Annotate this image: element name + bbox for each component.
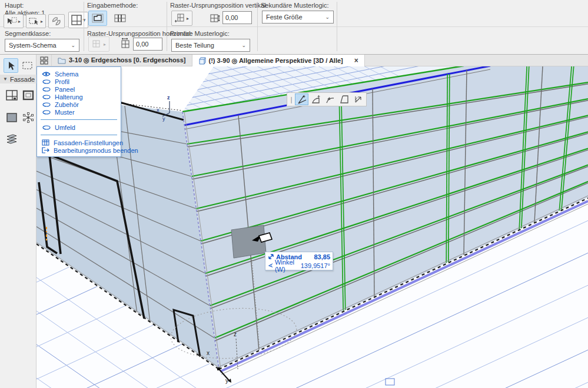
menu-item-zubehoer[interactable]: Zubehör [37,101,121,108]
raster-v-label: Raster-Ursprungsposition vertikal: [170,2,268,9]
raster-v-value: 0,00 [225,14,238,21]
flyout-arrow-icon: ▸ [187,16,189,21]
prim-muster-value: Beste Teilung [175,42,214,49]
sidebar-group-fassade[interactable]: ▼ Fassade [0,75,36,83]
tab-close-icon[interactable]: × [354,56,358,65]
select-chevron-icon: ⌄ [325,14,330,20]
eingabemethode-label: Eingabemethode: [87,2,138,9]
grid-offset-h-icon [119,38,131,49]
tab-overview-button[interactable] [36,55,52,66]
eye-open-icon [42,71,51,77]
tab-perspektive[interactable]: (!) 3-90 ◎ Allgemeine Perspektive [3D / … [192,55,365,66]
junction-node-icon [22,112,34,123]
polygon-method-icon [92,14,104,23]
pet-palette: ❘ [287,92,367,106]
marquee-button[interactable]: ▸ [26,14,46,28]
angle-input-button[interactable] [295,93,308,105]
layout-grid-icon [71,15,82,25]
toolbar-row-2: Segmentklasse: System-Schema ⌄ Raster-Ur… [0,28,588,55]
panel-tool-button[interactable] [4,110,19,125]
layout-grid-button[interactable]: ▾ [68,12,88,28]
raster-v-origin-button[interactable]: ▸ [171,11,192,26]
stacked-panels-icon [6,133,18,144]
menu-item-label: Fassaden-Einstellungen [54,139,123,146]
scheme-tool-button[interactable] [4,88,19,102]
menu-item-profil[interactable]: Profil [37,78,121,85]
profile-tool-button[interactable] [21,88,35,102]
arrow-marquee-icon [6,17,17,25]
palette-drag-handle[interactable]: ❘ [288,96,294,103]
menu-item-schema[interactable]: Schema [37,70,121,78]
folder-icon [58,57,66,64]
menu-item-label: Muster [55,109,75,116]
accessory-tool-button[interactable] [4,131,19,146]
menu-item-label: Bearbeitungsmodus beenden [54,147,138,154]
raster-h-origin-button[interactable]: ▸ [88,36,109,52]
distance-value: 83,85 [314,253,330,260]
tracker-angle-row: Winkel (W) 139,9517° [265,261,333,270]
menu-item-fassaden-einstellungen[interactable]: Fassaden-Einstellungen [37,139,121,146]
axis-y-label-top: y [162,116,165,122]
measure-arrow-button[interactable] [351,93,365,105]
viewport-3d[interactable]: zxyzxy Schema Profil Paneel Halterung [36,66,588,388]
eye-closed-icon [42,95,51,99]
menu-item-muster[interactable]: Muster [37,108,121,116]
axis-y-label: y [225,377,228,384]
raster-origin-v-icon [175,14,185,23]
top-toolbar: Haupt: Alle aktiven: 1 ▸ ▸ ▾ Eingabemeth… [0,0,588,55]
raster-h-value: 0,00 [136,41,148,48]
collapse-arrow-icon: ▼ [3,76,8,82]
arc-sector-button[interactable] [309,93,323,105]
eye-closed-icon [42,79,51,84]
flyout-arrow-icon: ▸ [41,19,43,24]
grid-method-icon [114,14,126,23]
marquee-icon [29,17,39,25]
menu-item-label: Paneel [55,86,75,93]
menu-item-umfeld[interactable]: Umfeld [37,123,121,131]
scheme-grid-icon [6,90,18,101]
menu-separator [41,119,117,120]
settings-grid-icon [42,139,49,146]
select-chevron-icon: ⌄ [241,42,246,48]
curved-arrow-button[interactable] [323,93,337,105]
flyout-arrow-icon: ▸ [104,42,106,47]
prim-muster-label: Primäre Musterlogic: [170,30,230,37]
exit-mode-icon [42,147,49,153]
angle-label: Winkel (W) [275,259,301,273]
facade-context-menu: Schema Profil Paneel Halterung Zubehör M… [36,66,121,157]
input-method-polygon-button[interactable] [88,11,107,26]
quad-grid-icon [40,56,48,65]
raster-v-input[interactable]: 0,00 [222,11,252,24]
cube-3d-icon [198,57,206,65]
tab-erdgeschoss[interactable]: 3-10 ◎ Erdgeschoss [0. Erdgeschoss] [52,55,192,66]
menu-separator [41,135,117,135]
toolbar-row-1: Haupt: Alle aktiven: 1 ▸ ▸ ▾ Eingabemeth… [0,0,588,27]
raster-h-input[interactable]: 0,00 [133,38,162,51]
frame-profile-icon [22,90,34,101]
arrow-tool-button[interactable] [4,58,18,73]
polygon-shape-button[interactable] [337,93,351,105]
magnet-button[interactable] [48,14,65,28]
sidebar-group-label: Fassade [10,76,35,83]
menu-item-label: Profil [55,78,69,85]
menu-item-halterung[interactable]: Halterung [37,93,121,101]
segmentklasse-select[interactable]: System-Schema ⌄ [5,39,79,52]
junction-tool-button[interactable] [21,110,35,125]
cursor-arrow-icon [7,61,15,71]
tab-label: 3-10 ◎ Erdgeschoss [0. Erdgeschoss] [69,56,186,64]
select-arrow-button[interactable]: ▸ [4,14,24,28]
sek-muster-label: Sekundäre Musterlogic: [261,2,329,9]
axis-x-label-top: x [157,107,160,113]
marquee-tool-button[interactable] [20,58,35,73]
prim-muster-select[interactable]: Beste Teilung ⌄ [171,39,250,52]
angle-value: 139,9517° [301,262,330,269]
menu-item-label: Halterung [55,93,83,101]
raster-origin-h-icon [92,39,102,49]
input-method-grid-button[interactable] [111,11,129,26]
menu-item-bearbeitungsmodus-beenden[interactable]: Bearbeitungsmodus beenden [37,146,121,154]
axis-z-label: z [234,331,237,337]
eye-closed-icon [42,87,51,92]
menu-item-paneel[interactable]: Paneel [37,85,121,93]
sek-muster-select[interactable]: Feste Größe ⌄ [262,11,334,24]
menu-item-label: Schema [55,71,78,78]
